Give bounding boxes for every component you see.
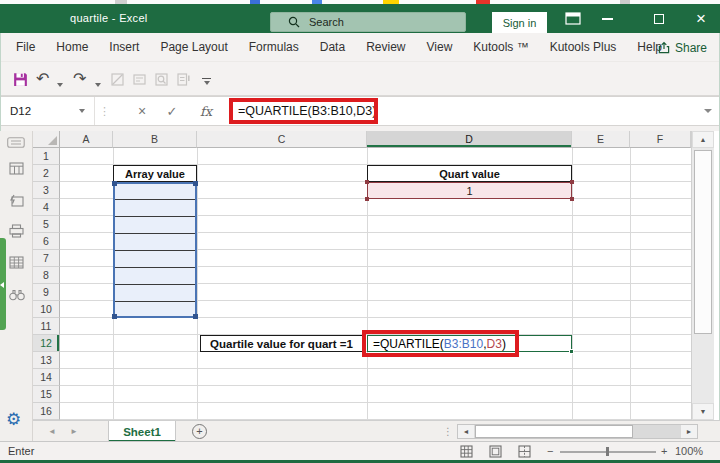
scroll-left-button[interactable]: ◄ (458, 425, 474, 438)
tab-kutools[interactable]: Kutools ™ (473, 40, 528, 54)
scroll-down-button[interactable]: ▼ (692, 403, 714, 420)
tab-data[interactable]: Data (320, 40, 345, 54)
range-handle[interactable] (570, 180, 574, 184)
column-header-B[interactable]: B (113, 131, 197, 148)
range-handle[interactable] (112, 314, 117, 319)
vertical-scrollbar-thumb[interactable] (694, 150, 712, 334)
close-button[interactable]: × (688, 4, 714, 33)
range-handle[interactable] (365, 180, 369, 184)
resize-pane-icon[interactable] (9, 194, 24, 207)
fill-handle[interactable] (569, 349, 574, 354)
save-button[interactable] (12, 70, 29, 88)
row-header-8[interactable]: 8 (33, 267, 60, 284)
range-B3-B10-highlight[interactable] (113, 182, 197, 318)
tab-view[interactable]: View (427, 40, 453, 54)
undo-dropdown[interactable] (57, 76, 63, 94)
column-header-A[interactable]: A (60, 131, 113, 148)
minimize-button[interactable] (594, 4, 620, 33)
range-handle[interactable] (365, 197, 369, 201)
tab-page-layout[interactable]: Page Layout (160, 40, 227, 54)
cell-D2[interactable]: Quart value (367, 165, 572, 182)
enter-button[interactable]: ✓ (160, 97, 184, 125)
range-handle[interactable] (112, 181, 117, 186)
sheet-tab-sheet1[interactable]: Sheet1 (108, 421, 176, 442)
row-header-7[interactable]: 7 (33, 250, 60, 267)
sheet-nav-left[interactable]: ◄ (48, 421, 56, 442)
row-header-16[interactable]: 16 (33, 403, 60, 420)
row-header-6[interactable]: 6 (33, 233, 60, 250)
tab-insert[interactable]: Insert (109, 40, 139, 54)
binoculars-icon[interactable] (9, 288, 25, 301)
normal-view-icon[interactable] (460, 445, 473, 458)
column-header-D[interactable]: D (367, 131, 572, 148)
restore-button[interactable] (646, 4, 672, 33)
row-header-4[interactable]: 4 (33, 199, 60, 216)
cell-D3-highlight[interactable]: 1 (367, 182, 572, 199)
scroll-up-button[interactable]: ▲ (692, 131, 714, 148)
share-button[interactable]: Share (658, 33, 707, 62)
save-icon (12, 71, 29, 88)
design-mode-button[interactable] (110, 70, 125, 88)
row-header-2[interactable]: 2 (33, 165, 60, 182)
row-header-5[interactable]: 5 (33, 216, 60, 233)
formula-bar-splitter[interactable]: ⋮ (99, 97, 110, 125)
undo-button[interactable]: ↶ (36, 70, 49, 88)
page-break-view-icon[interactable] (518, 445, 531, 458)
search-box[interactable]: Search (270, 12, 466, 32)
name-box[interactable]: D12 (0, 97, 95, 125)
sign-in-button[interactable]: Sign in (492, 12, 547, 33)
range-handle[interactable] (570, 197, 574, 201)
row-header-14[interactable]: 14 (33, 369, 60, 386)
insert-function-button[interactable]: fx (193, 97, 219, 125)
pane-menu-icon[interactable] (7, 137, 25, 148)
zoom-level[interactable]: 100% (675, 442, 703, 460)
zoom-slider-thumb[interactable] (606, 447, 609, 456)
dialog-tool-button[interactable] (132, 70, 147, 88)
range-handle[interactable] (193, 314, 198, 319)
row-header-3[interactable]: 3 (33, 182, 60, 199)
horizontal-scrollbar[interactable]: ◄ ► (457, 424, 698, 439)
customize-qat-button[interactable] (202, 72, 211, 90)
print-preview-button[interactable] (154, 70, 169, 88)
row-header-15[interactable]: 15 (33, 386, 60, 403)
row-header-12[interactable]: 12 (33, 335, 60, 352)
workbook-pane-icon[interactable] (9, 162, 24, 175)
column-header-E[interactable]: E (572, 131, 630, 148)
printer-icon[interactable] (9, 224, 24, 238)
tab-review[interactable]: Review (366, 40, 405, 54)
range-handle[interactable] (193, 181, 198, 186)
redo-button[interactable]: ↷ (73, 70, 86, 88)
row-header-11[interactable]: 11 (33, 318, 60, 335)
vertical-scrollbar[interactable]: ▲ ▼ (691, 131, 714, 420)
cell-C12[interactable]: Quartile value for quart =1 (200, 335, 363, 352)
ribbon-display-options-button[interactable] (560, 4, 586, 33)
tab-formulas[interactable]: Formulas (249, 40, 299, 54)
page-layout-view-icon[interactable] (489, 445, 502, 458)
kutools-pane-handle[interactable] (0, 238, 6, 330)
tab-kutools-plus[interactable]: Kutools Plus (550, 40, 617, 54)
cell-B2[interactable]: Array value (113, 165, 197, 182)
select-all-corner[interactable] (33, 131, 60, 148)
gear-icon[interactable]: ⚙ (6, 409, 21, 430)
scroll-right-button[interactable]: ► (681, 425, 697, 438)
zoom-in-button[interactable]: + (661, 442, 667, 460)
tab-home[interactable]: Home (56, 40, 88, 54)
row-header-1[interactable]: 1 (33, 148, 60, 165)
column-header-F[interactable]: F (630, 131, 691, 148)
row-header-9[interactable]: 9 (33, 284, 60, 301)
row-header-10[interactable]: 10 (33, 301, 60, 318)
properties-button[interactable] (176, 70, 191, 88)
window-title: quartile - Excel (70, 4, 148, 33)
redo-dropdown[interactable] (95, 76, 101, 94)
row-header-13[interactable]: 13 (33, 352, 60, 369)
new-sheet-button[interactable]: + (192, 424, 207, 439)
sheet-nav-right[interactable]: ► (70, 421, 78, 442)
zoom-out-button[interactable]: − (547, 442, 553, 460)
horizontal-scrollbar-thumb[interactable] (475, 425, 633, 438)
cancel-button[interactable]: × (130, 97, 154, 125)
tab-splitter[interactable]: ⋮ (443, 421, 453, 442)
column-list-icon[interactable] (9, 256, 24, 269)
tab-file[interactable]: File (16, 40, 35, 54)
expand-formula-bar-icon[interactable] (704, 109, 712, 113)
column-header-C[interactable]: C (197, 131, 367, 148)
